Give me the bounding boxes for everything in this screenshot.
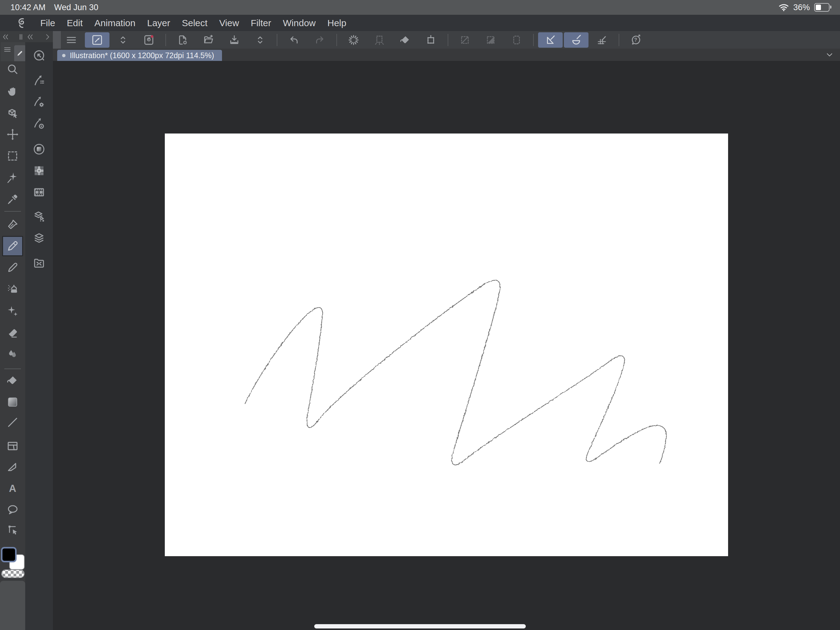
tool-frame[interactable]: [3, 437, 22, 455]
toolbar-divider: [619, 34, 619, 46]
menu-items: FileEditAnimationLayerSelectViewFilterWi…: [35, 18, 352, 28]
tool-airbrush[interactable]: [3, 280, 22, 298]
tool-auto-select[interactable]: [3, 169, 22, 187]
toolbar-drag-handle[interactable]: [53, 31, 61, 49]
toolbar-divider: [336, 34, 337, 46]
pencil-stroke: [245, 280, 666, 465]
tab-overflow-chevron-icon[interactable]: [825, 51, 834, 59]
tool-palette-header: [1, 42, 25, 61]
tool-decoration[interactable]: [3, 303, 22, 320]
selection-border-button: [508, 32, 526, 47]
palette-layer[interactable]: [30, 230, 47, 247]
tool-marquee[interactable]: [3, 147, 22, 165]
transform-button[interactable]: [422, 32, 440, 47]
tool-gradient[interactable]: [3, 393, 22, 411]
date: Wed Jun 30: [54, 3, 98, 12]
collapse-panel-button[interactable]: [1, 33, 10, 41]
collapse-subpanel-button[interactable]: [26, 33, 35, 41]
tool-pencil[interactable]: [2, 236, 23, 256]
menu-view[interactable]: View: [213, 18, 245, 28]
clear-selection-button: [456, 32, 474, 47]
tool-figure[interactable]: [3, 414, 22, 431]
tool-pen[interactable]: [3, 216, 22, 233]
palette-footer: [0, 581, 25, 630]
snap-to-grid-button[interactable]: [593, 32, 611, 47]
snap-to-ruler-button[interactable]: [538, 32, 563, 47]
panel-grip: [17, 33, 25, 41]
new-canvas-button[interactable]: [174, 32, 191, 47]
menu-filter[interactable]: Filter: [245, 18, 277, 28]
file-expand-button[interactable]: [251, 32, 269, 47]
save-file-button[interactable]: [225, 32, 243, 47]
toolbar-divider: [166, 34, 166, 46]
expand-panel-button[interactable]: [43, 33, 52, 41]
status-bar: 10:42 AM Wed Jun 30 36%: [0, 0, 840, 15]
svg-text:?: ?: [634, 37, 637, 43]
document-tab-bar: Illustration* (1600 x 1200px 72dpi 114.5…: [53, 49, 840, 61]
tool-eraser[interactable]: [3, 324, 22, 341]
snap-to-special-ruler-button[interactable]: [564, 32, 589, 47]
reselect-button: [371, 32, 388, 47]
toolbar-divider: [533, 34, 534, 46]
menu-help[interactable]: Help: [322, 18, 352, 28]
tool-correct-line[interactable]: [3, 521, 22, 538]
palette-color-wheel[interactable]: [30, 141, 47, 158]
redo-button: [311, 32, 329, 47]
tool-eyedropper[interactable]: [3, 191, 22, 208]
tool-move-layer[interactable]: [3, 126, 22, 143]
tool-balloon[interactable]: [3, 501, 22, 518]
home-indicator[interactable]: [314, 624, 526, 628]
battery-percent: 36%: [793, 3, 810, 12]
document-tab-label: Illustration* (1600 x 1200px 72dpi 114.5…: [70, 51, 214, 60]
tool-blend[interactable]: [3, 345, 22, 362]
tool-operate[interactable]: [3, 104, 22, 122]
fill-selection-button[interactable]: [396, 32, 414, 47]
palette-quick-access[interactable]: [30, 47, 47, 64]
toolbar-expand-button[interactable]: [114, 32, 132, 47]
palette-color-set[interactable]: [30, 162, 47, 179]
clock: 10:42 AM: [11, 3, 46, 12]
tool-zoom[interactable]: [3, 60, 22, 78]
palette-layer-property[interactable]: [30, 208, 47, 225]
sub-palette-bar: [25, 42, 53, 630]
undo-button[interactable]: [285, 32, 303, 47]
palette-material[interactable]: [30, 255, 47, 272]
clip-studio-app-button[interactable]: [140, 32, 158, 47]
panel-controls: [0, 31, 53, 42]
document-tab[interactable]: Illustration* (1600 x 1200px 72dpi 114.5…: [57, 50, 222, 61]
main-color-swatch[interactable]: [1, 547, 17, 562]
svg-text:A: A: [9, 483, 16, 494]
palette-brush-size[interactable]: [30, 116, 47, 133]
menu-file[interactable]: File: [35, 18, 61, 28]
palette-sub-tool[interactable]: [30, 72, 47, 90]
clip-studio-logo: [15, 17, 28, 30]
palette-tool-property[interactable]: [30, 94, 47, 111]
toolbar: ?: [0, 31, 840, 49]
menu-window[interactable]: Window: [277, 18, 322, 28]
deselect-button[interactable]: [345, 32, 363, 47]
invert-selection-button: [482, 32, 500, 47]
canvas[interactable]: [165, 133, 728, 556]
open-file-button[interactable]: [199, 32, 217, 47]
tool-divider: [4, 211, 21, 212]
pen-mode-button[interactable]: [85, 32, 109, 47]
menu-select[interactable]: Select: [176, 18, 213, 28]
modified-dot-icon: [62, 54, 65, 57]
canvas-area: [53, 61, 840, 630]
tool-brush[interactable]: [3, 259, 22, 276]
palette-timeline[interactable]: [30, 184, 47, 201]
main-menu-button[interactable]: [62, 32, 80, 47]
wifi-icon: [778, 3, 789, 11]
tool-polyline[interactable]: [3, 459, 22, 476]
menu-edit[interactable]: Edit: [61, 18, 88, 28]
toolbar-divider: [277, 34, 277, 46]
menu-layer[interactable]: Layer: [141, 18, 176, 28]
menu-animation[interactable]: Animation: [88, 18, 141, 28]
tool-hand[interactable]: [3, 83, 22, 100]
transparent-color-swatch[interactable]: [1, 570, 25, 578]
palette-menu-icon[interactable]: [3, 45, 12, 54]
help-button[interactable]: ?: [627, 32, 645, 47]
tool-fill[interactable]: [3, 372, 22, 389]
tool-text[interactable]: A: [3, 480, 22, 497]
pencil-tab[interactable]: [14, 45, 26, 61]
